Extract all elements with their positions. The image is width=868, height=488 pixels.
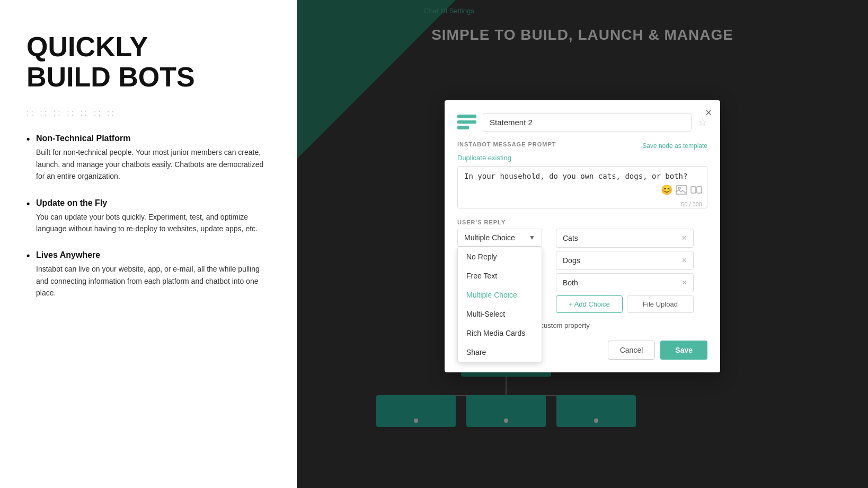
svg-rect-2 <box>691 187 696 193</box>
feature-title-1: Non-Technical Platform <box>36 134 270 143</box>
emoji-icon[interactable]: 😊 <box>661 184 672 196</box>
dropdown-item-free-text[interactable]: Free Text <box>458 266 542 285</box>
choice-label-cats: Cats <box>563 234 578 242</box>
choice-item-cats: Cats × <box>556 229 694 248</box>
instabot-prompt-header: INSTABOT MESSAGE PROMPT Save node as tem… <box>457 141 707 151</box>
modal-overlay: × ☆ INSTABOT MESSAGE PROMPT Save node as… <box>297 0 868 488</box>
feature-title-2: Update on the Fly <box>36 198 270 208</box>
dropdown-item-no-reply[interactable]: No Reply <box>458 247 542 266</box>
modal-title-input[interactable] <box>483 113 692 132</box>
statement-icon <box>457 115 476 129</box>
char-count: 50 / 300 <box>681 201 702 207</box>
instabot-message-label: INSTABOT MESSAGE PROMPT <box>457 141 556 147</box>
feature-desc-2: You can update your bots quickly. Experi… <box>36 211 270 235</box>
feature-title-3: Lives Anywhere <box>36 250 270 260</box>
choice-label-both: Both <box>563 278 578 287</box>
icon-bar-3 <box>457 126 469 129</box>
dropdown-item-multiple-choice[interactable]: Multiple Choice <box>458 285 542 304</box>
left-panel: QUICKLY BUILD BOTS :: :: :: :: :: :: :: … <box>0 0 297 488</box>
dropdown-arrow-icon: ▼ <box>529 234 535 241</box>
save-template-link[interactable]: Save node as template <box>642 142 707 150</box>
right-panel: Chat UI Settings + SIMPLE TO BUILD, LAUN… <box>297 0 868 488</box>
choice-item-both: Both × <box>556 273 694 292</box>
file-upload-button[interactable]: File Upload <box>627 295 694 313</box>
feature-item-1: Non-Technical Platform Built for non-tec… <box>26 134 270 182</box>
image-icon[interactable] <box>676 184 687 196</box>
dropdown-item-multi-select[interactable]: Multi-Select <box>458 304 542 324</box>
reply-type-dropdown[interactable]: Multiple Choice ▼ <box>457 229 542 247</box>
choice-label-dogs: Dogs <box>563 256 580 265</box>
cancel-button[interactable]: Cancel <box>608 341 656 360</box>
feature-desc-1: Built for non-technical people. Your mos… <box>36 146 270 182</box>
media-card-icon[interactable] <box>690 184 702 196</box>
modal-dialog: × ☆ INSTABOT MESSAGE PROMPT Save node as… <box>445 100 720 372</box>
dots-decoration: :: :: :: :: :: :: :: <box>26 108 270 118</box>
message-area: 😊 50 / 300 <box>457 166 707 211</box>
duplicate-link[interactable]: Duplicate existing <box>457 154 707 162</box>
add-choice-button[interactable]: + Add Choice <box>556 295 623 313</box>
feature-item-2: Update on the Fly You can update your bo… <box>26 198 270 235</box>
users-reply-label: USER'S REPLY <box>457 219 707 225</box>
svg-rect-3 <box>697 187 702 193</box>
choices-container: Cats × Dogs × Both × + Add Choice <box>556 229 694 313</box>
save-button[interactable]: Save <box>660 341 707 360</box>
reply-dropdown-menu: No Reply Free Text Multiple Choice Multi… <box>457 247 542 362</box>
feature-list: Non-Technical Platform Built for non-tec… <box>26 134 270 299</box>
dropdown-item-rich-media-cards[interactable]: Rich Media Cards <box>458 324 542 343</box>
main-title: QUICKLY BUILD BOTS <box>26 32 270 92</box>
modal-close-button[interactable]: × <box>705 107 712 119</box>
icon-bar-1 <box>457 115 476 118</box>
choice-remove-dogs[interactable]: × <box>682 256 687 265</box>
svg-point-1 <box>678 187 680 189</box>
dropdown-item-share[interactable]: Share <box>458 343 542 362</box>
icon-bar-2 <box>457 120 476 124</box>
choice-item-dogs: Dogs × <box>556 251 694 270</box>
choice-remove-both[interactable]: × <box>682 278 687 287</box>
reply-dropdown-container: Multiple Choice ▼ No Reply Free Text Mul… <box>457 229 542 247</box>
modal-header: ☆ <box>457 113 707 132</box>
reply-dropdown-value: Multiple Choice <box>464 233 515 242</box>
choice-remove-cats[interactable]: × <box>682 233 687 243</box>
textarea-icons: 😊 <box>661 184 702 196</box>
feature-desc-3: Instabot can live on your website, app, … <box>36 263 270 299</box>
feature-item-3: Lives Anywhere Instabot can live on your… <box>26 250 270 299</box>
users-reply-section: USER'S REPLY Multiple Choice ▼ No Reply … <box>457 219 707 313</box>
